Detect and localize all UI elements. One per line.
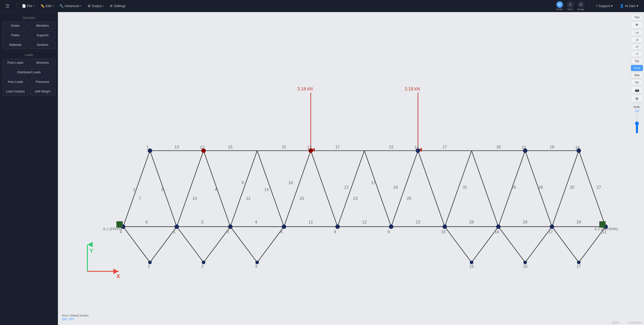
area-loads-btn[interactable]: Area Loads	[3, 78, 28, 86]
svg-line-26	[364, 151, 391, 227]
svg-point-104	[148, 148, 152, 153]
layers-btn[interactable]: ⊞	[631, 95, 643, 102]
main-content: Structure Nodes Members Plates Supports …	[0, 12, 644, 325]
svg-point-124	[523, 261, 527, 264]
svg-text:19: 19	[550, 145, 554, 149]
front-btn[interactable]: Front	[631, 65, 643, 71]
edit-chevron: ▾	[52, 5, 53, 7]
output-chevron: ▾	[102, 5, 104, 7]
tips-btn[interactable]: Tips	[631, 14, 643, 20]
sections-btn[interactable]: Sections	[30, 41, 55, 49]
svg-text:17: 17	[577, 264, 581, 269]
mode-design-label: Design	[578, 8, 585, 11]
nodes-btn[interactable]: Nodes	[3, 22, 28, 30]
svg-text:6: 6	[280, 230, 283, 234]
top-btn[interactable]: Top	[631, 58, 643, 64]
minus-x-btn[interactable]: -X	[631, 37, 643, 43]
svg-line-28	[418, 151, 445, 227]
right-toolbar: Tips 👁 +X -X +Y -Y Top Front Side Iso 📷 …	[630, 12, 644, 325]
output-icon: 🖥	[87, 4, 91, 8]
side-btn[interactable]: Side	[631, 72, 643, 78]
svg-point-106	[308, 148, 313, 153]
eye-icon: 👁	[635, 23, 639, 27]
svg-text:16: 16	[289, 181, 293, 185]
distributed-loads-btn[interactable]: Distributed Loads	[3, 68, 55, 76]
svg-line-42	[472, 227, 498, 263]
scale-label: Scale:	[633, 106, 640, 108]
camera-btn[interactable]: 📷	[631, 86, 643, 94]
settings-icon: ⚙	[110, 4, 113, 8]
svg-text:2: 2	[133, 187, 135, 192]
nav-advanced[interactable]: 🔧 Advanced ▾	[57, 3, 84, 9]
svg-point-120	[148, 261, 152, 264]
materials-btn[interactable]: Materials	[3, 41, 28, 49]
svg-line-37	[177, 227, 203, 263]
sidebar-divider	[3, 51, 55, 51]
svg-line-34	[579, 151, 605, 227]
nav-divider-2	[590, 3, 590, 10]
svg-line-40	[257, 227, 284, 263]
structure-grid: Nodes Members Plates Supports Materials …	[3, 22, 55, 49]
svg-text:5: 5	[173, 230, 175, 234]
svg-point-117	[496, 224, 501, 229]
plus-x-btn[interactable]: +X	[631, 30, 643, 36]
support-btn[interactable]: ? Support ▾	[593, 3, 616, 9]
self-weight-btn[interactable]: Self Weight	[30, 87, 55, 95]
svg-text:29: 29	[523, 220, 527, 224]
svg-text:12: 12	[362, 220, 367, 224]
nav-edit[interactable]: ✏️ Edit ▾	[38, 3, 56, 9]
svg-line-17	[123, 151, 150, 227]
nav-edit-label: Edit	[46, 4, 51, 8]
plates-btn[interactable]: Plates	[3, 31, 28, 39]
pressures-btn[interactable]: Pressures	[30, 78, 55, 86]
canvas-area[interactable]: 3.18 kN 3.18 kN 6 5 4 11 12 23 28 29 29 …	[58, 12, 644, 325]
svg-text:18: 18	[496, 145, 501, 149]
nav-advanced-label: Advanced	[64, 4, 79, 8]
nav-file[interactable]: 📄 File ▾	[19, 3, 37, 9]
svg-point-113	[282, 224, 286, 229]
svg-text:2: 2	[201, 264, 204, 269]
supports-btn[interactable]: Supports	[30, 31, 55, 39]
svg-point-121	[202, 261, 205, 264]
svg-line-22	[257, 151, 284, 227]
svg-text:25: 25	[512, 185, 516, 189]
svg-line-25	[338, 151, 364, 227]
topnav-right: M Model S Solve D Design ? Support ▾ 👤 H…	[555, 1, 641, 11]
svg-line-29	[445, 151, 472, 227]
hamburger-menu[interactable]: ☰	[3, 2, 12, 10]
svg-text:10: 10	[192, 196, 197, 201]
svg-text:20: 20	[570, 185, 574, 189]
svg-point-116	[443, 224, 447, 229]
scale-slider[interactable]	[634, 113, 639, 134]
svg-text:11: 11	[602, 230, 606, 234]
mode-design-btn[interactable]: D Design	[576, 1, 586, 11]
point-loads-btn[interactable]: Point Loads	[3, 59, 28, 67]
nav-settings[interactable]: ⚙ Settings	[107, 3, 128, 9]
svg-text:3: 3	[161, 187, 163, 192]
svg-text:8: 8	[334, 230, 336, 234]
svg-text:31: 31	[463, 185, 467, 189]
minus-y-btn[interactable]: -Y	[631, 51, 643, 57]
visibility-btn[interactable]: 👁	[631, 21, 643, 29]
nav-output[interactable]: 🖥 Output ▾	[85, 3, 106, 9]
moments-btn[interactable]: Moments	[30, 59, 55, 67]
iso-btn[interactable]: Iso	[631, 79, 643, 85]
svg-point-109	[577, 148, 581, 153]
svg-text:Y: Y	[90, 248, 93, 254]
support-label: Support	[599, 4, 610, 8]
user-btn[interactable]: 👤 Hi Sam ▾	[617, 3, 641, 9]
svg-line-30	[472, 151, 498, 227]
mode-solve-btn[interactable]: S Solve	[565, 1, 575, 11]
plus-y-btn[interactable]: +Y	[631, 44, 643, 50]
svg-text:22: 22	[344, 185, 349, 189]
mode-model-btn[interactable]: M Model	[555, 1, 564, 11]
svg-point-114	[335, 224, 340, 229]
structure-section-title: Structure	[3, 16, 55, 20]
svg-point-122	[255, 261, 259, 264]
svg-point-105	[201, 148, 206, 153]
load-combos-btn[interactable]: Load Combos	[3, 87, 28, 95]
version-label: v2.2.6	[612, 321, 619, 324]
members-btn[interactable]: Members	[30, 22, 55, 30]
svg-text:1: 1	[148, 264, 150, 269]
mode-buttons: M Model S Solve D Design	[555, 1, 586, 11]
